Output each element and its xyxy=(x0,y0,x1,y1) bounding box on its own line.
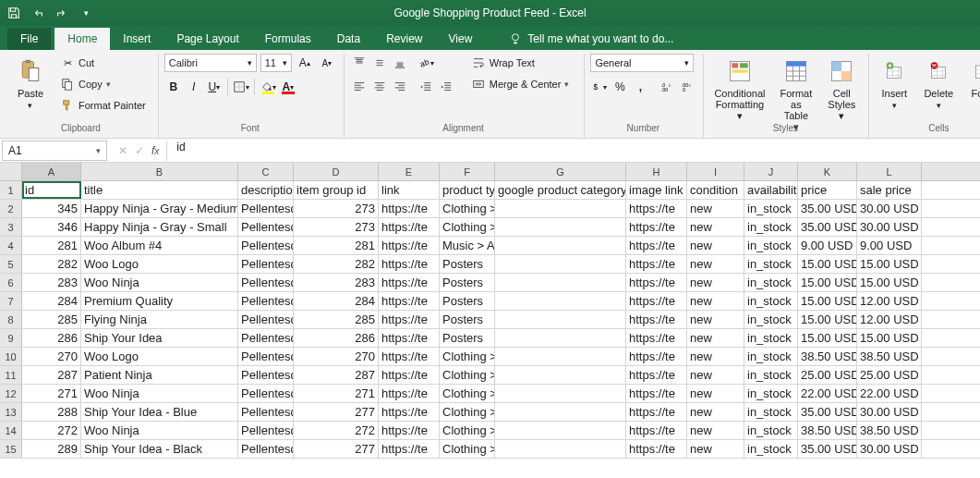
col-header-I[interactable]: I xyxy=(687,163,744,180)
cell[interactable]: 284 xyxy=(22,292,81,310)
cell[interactable]: sale price xyxy=(857,181,922,199)
cell[interactable]: Pellentesque xyxy=(238,385,294,402)
copy-button[interactable]: Copy▾ xyxy=(55,75,151,93)
cell[interactable]: https://te xyxy=(626,274,687,291)
cell[interactable]: Clothing > Hoodies xyxy=(440,348,495,365)
wraptext-button[interactable]: Wrap Text xyxy=(466,54,577,72)
cell[interactable]: https://te xyxy=(379,348,440,365)
cell[interactable]: new xyxy=(687,274,744,291)
cell[interactable]: 283 xyxy=(294,274,379,291)
deletecells-button[interactable]: Delete▾ xyxy=(919,54,958,114)
cell[interactable]: 281 xyxy=(294,237,379,254)
col-header-J[interactable]: J xyxy=(744,163,798,180)
tellme-search[interactable]: Tell me what you want to do... xyxy=(502,28,681,50)
cell[interactable]: https://te xyxy=(626,200,687,217)
cell[interactable]: in_stock xyxy=(744,218,798,236)
cell[interactable]: condition xyxy=(687,181,744,199)
align-right-button[interactable] xyxy=(391,78,409,96)
align-bottom-button[interactable] xyxy=(391,54,409,72)
cell[interactable]: availability xyxy=(744,181,798,199)
cell[interactable]: https://te xyxy=(379,274,440,291)
cell[interactable]: https://te xyxy=(626,311,687,328)
cell[interactable]: Pellentesque xyxy=(238,422,294,439)
cell[interactable]: Pellentesque xyxy=(238,292,294,310)
cell[interactable]: 12.00 USD xyxy=(857,311,922,328)
cell[interactable]: Clothing > T-shirts xyxy=(440,385,495,402)
cell[interactable]: Posters xyxy=(440,329,495,347)
paste-button[interactable]: Paste▾ xyxy=(11,54,50,114)
selectall-corner[interactable] xyxy=(0,163,22,180)
cell[interactable]: new xyxy=(687,440,744,458)
cell[interactable]: https://te xyxy=(626,385,687,402)
cell[interactable]: in_stock xyxy=(744,200,798,217)
accept-entry-icon[interactable]: ✓ xyxy=(135,144,144,157)
cell[interactable]: title xyxy=(81,181,238,199)
cell[interactable] xyxy=(495,311,626,328)
cell[interactable]: id xyxy=(22,181,81,199)
cell[interactable]: https://te xyxy=(626,348,687,365)
cellstyles-button[interactable]: Cell Styles ▾ xyxy=(822,54,861,124)
cell[interactable]: 30.00 USD xyxy=(857,200,922,217)
cell[interactable]: new xyxy=(687,311,744,328)
cell[interactable]: new xyxy=(687,348,744,365)
cell[interactable]: new xyxy=(687,292,744,310)
cell[interactable]: 345 xyxy=(22,200,81,217)
cell[interactable]: Posters xyxy=(440,311,495,328)
col-header-B[interactable]: B xyxy=(81,163,238,180)
fx-icon[interactable]: fx xyxy=(151,144,159,157)
row-header-14[interactable]: 14 xyxy=(0,422,22,439)
align-left-button[interactable] xyxy=(350,78,369,96)
cell[interactable] xyxy=(495,348,626,365)
cell[interactable]: in_stock xyxy=(744,255,798,273)
cell[interactable]: 273 xyxy=(294,218,379,236)
cell[interactable]: 15.00 USD xyxy=(798,274,857,291)
cell[interactable]: 15.00 USD xyxy=(857,274,922,291)
cell[interactable]: new xyxy=(687,200,744,217)
row-header-7[interactable]: 7 xyxy=(0,292,22,310)
cell[interactable]: new xyxy=(687,218,744,236)
cell[interactable]: https://te xyxy=(626,255,687,273)
cell[interactable]: 35.00 USD xyxy=(798,200,857,217)
cell[interactable]: Woo Ninja xyxy=(81,422,238,439)
cell[interactable]: 277 xyxy=(294,440,379,458)
cell[interactable]: Pellentesque xyxy=(238,403,294,421)
cell[interactable]: price xyxy=(798,181,857,199)
cell[interactable]: 35.00 USD xyxy=(798,440,857,458)
cell[interactable]: 282 xyxy=(22,255,81,273)
cell[interactable]: Posters xyxy=(440,274,495,291)
col-header-G[interactable]: G xyxy=(495,163,626,180)
formatcells-button[interactable]: Form xyxy=(963,54,980,102)
row-header-10[interactable]: 10 xyxy=(0,348,22,365)
tab-pagelayout[interactable]: Page Layout xyxy=(163,28,251,50)
row-header-4[interactable]: 4 xyxy=(0,237,22,254)
accounting-button[interactable]: $▾ xyxy=(590,78,609,96)
insertcells-button[interactable]: Insert▾ xyxy=(875,54,913,114)
cell[interactable]: new xyxy=(687,385,744,402)
cell[interactable]: https://te xyxy=(379,200,440,217)
col-header-C[interactable]: C xyxy=(238,163,294,180)
font-name-select[interactable]: Calibri▾ xyxy=(164,54,257,72)
borders-button[interactable]: ▾ xyxy=(232,78,250,96)
row-header-11[interactable]: 11 xyxy=(0,366,22,384)
cell[interactable]: Pellentesque xyxy=(238,329,294,347)
cell[interactable]: Happy Ninja - Gray - Medium xyxy=(81,200,238,217)
name-box[interactable]: A1▾ xyxy=(2,141,107,161)
orientation-button[interactable]: ab▾ xyxy=(417,54,435,72)
cell[interactable]: new xyxy=(687,422,744,439)
cell[interactable]: Ship Your Idea xyxy=(81,329,238,347)
cell[interactable]: https://te xyxy=(626,403,687,421)
cell[interactable]: 22.00 USD xyxy=(798,385,857,402)
cell[interactable] xyxy=(495,200,626,217)
cell[interactable]: 285 xyxy=(294,311,379,328)
cell[interactable] xyxy=(495,422,626,439)
cell[interactable]: in_stock xyxy=(744,422,798,439)
col-header-K[interactable]: K xyxy=(798,163,857,180)
cell[interactable]: 277 xyxy=(294,403,379,421)
col-header-E[interactable]: E xyxy=(379,163,440,180)
cell[interactable]: 35.00 USD xyxy=(798,403,857,421)
cell[interactable]: image link xyxy=(626,181,687,199)
cell[interactable]: 12.00 USD xyxy=(857,292,922,310)
tab-insert[interactable]: Insert xyxy=(110,28,163,50)
formula-input[interactable]: id xyxy=(166,141,980,161)
align-top-button[interactable] xyxy=(350,54,369,72)
